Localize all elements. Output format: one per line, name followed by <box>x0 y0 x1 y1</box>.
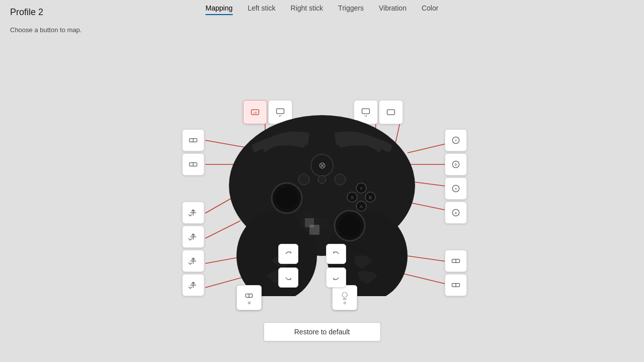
tab-right-stick[interactable]: Right stick <box>291 4 324 15</box>
svg-point-58 <box>335 174 346 185</box>
tab-vibration[interactable]: Vibration <box>379 4 407 15</box>
svg-text:X: X <box>455 187 457 191</box>
svg-point-41 <box>276 187 298 209</box>
nav-tabs: Mapping Left stick Right stick Triggers … <box>206 4 439 15</box>
svg-point-43 <box>339 215 361 237</box>
svg-text:B: B <box>369 195 372 200</box>
y-button[interactable]: Y <box>445 129 467 151</box>
paddle-bottom-2[interactable] <box>278 267 298 288</box>
svg-point-66 <box>342 292 347 297</box>
svg-text:⊗: ⊗ <box>318 160 326 170</box>
left-btn-2[interactable] <box>182 153 204 175</box>
svg-point-59 <box>318 175 326 184</box>
b-button[interactable]: B <box>445 153 467 175</box>
paddle-p4-button[interactable] <box>445 274 467 296</box>
x-button[interactable]: X <box>445 177 467 200</box>
lb-button[interactable] <box>182 129 204 151</box>
rs-click-button[interactable]: ⊘ <box>332 285 357 310</box>
paddle-bottom-4[interactable] <box>326 267 346 288</box>
paddle-bottom-3[interactable] <box>326 244 346 264</box>
svg-text:Y: Y <box>455 139 457 142</box>
tab-triggers[interactable]: Triggers <box>338 4 364 15</box>
svg-text:A: A <box>455 211 457 215</box>
svg-text:X: X <box>351 195 354 200</box>
tab-color[interactable]: Color <box>422 4 438 15</box>
svg-text:A: A <box>360 204 363 209</box>
left-trim-button[interactable]: ⊕ <box>236 285 262 310</box>
main-content: LB ↩ ↪ Y B X <box>0 40 644 362</box>
dpad-left-button[interactable] <box>182 226 204 248</box>
tab-left-stick[interactable]: Left stick <box>248 4 275 15</box>
paddle-bottom-1[interactable] <box>278 244 298 264</box>
svg-point-57 <box>298 174 309 185</box>
subtitle-text: Choose a button to map. <box>0 20 644 40</box>
controller-image: Y B X A ⊗ <box>221 105 423 296</box>
svg-text:B: B <box>455 163 457 166</box>
dpad-up-button[interactable] <box>182 202 204 224</box>
paddle-p3-button[interactable] <box>445 250 467 272</box>
dpad-highlight <box>309 225 319 235</box>
paddle-p2-button[interactable] <box>182 274 204 296</box>
a-button[interactable]: A <box>445 202 467 224</box>
profile-title: Profile 2 <box>10 7 43 18</box>
tab-mapping[interactable]: Mapping <box>206 4 233 15</box>
restore-default-button[interactable]: Restore to default <box>264 322 381 341</box>
paddle-p1-button[interactable] <box>182 250 204 272</box>
controller-svg: Y B X A ⊗ <box>221 105 423 296</box>
svg-text:Y: Y <box>360 186 363 191</box>
